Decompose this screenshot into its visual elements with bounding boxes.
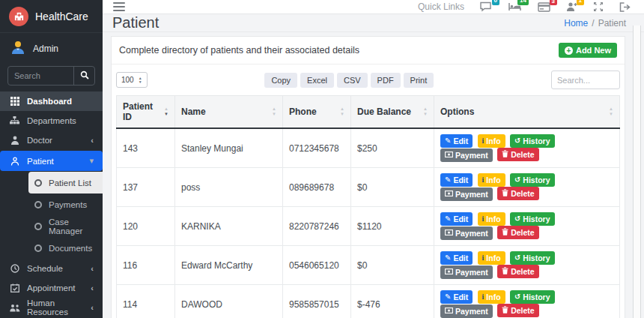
billing-card-icon[interactable]: 3 [538, 2, 550, 12]
sidebar-item-human-resources[interactable]: Human Resources ‹ [0, 298, 103, 317]
logout-icon[interactable] [619, 2, 631, 12]
header-due-balance[interactable]: Due Balance▲▼ [351, 96, 434, 129]
submenu-item-documents[interactable]: Documents [28, 237, 103, 259]
breadcrumb-home-link[interactable]: Home [564, 18, 588, 28]
copy-button[interactable]: Copy [264, 73, 297, 88]
delete-button[interactable]: Delete [497, 226, 539, 239]
messages-icon[interactable]: 0 [480, 2, 493, 12]
delete-button[interactable]: Delete [497, 187, 539, 200]
print-button[interactable]: Print [404, 73, 434, 88]
sidebar-item-schedule[interactable]: Schedule ‹ [0, 259, 103, 278]
patient-table: Patient ID▲▼ Name▲▼ Phone▲▼ Due Balance▲… [116, 95, 620, 318]
info-button[interactable]: iInfo [478, 212, 505, 226]
submenu-item-patient-list[interactable]: Patient List [28, 172, 103, 194]
info-button[interactable]: iInfo [478, 173, 505, 187]
sidebar-item-appointment[interactable]: Appointment ‹ [0, 278, 103, 298]
content-area: Complete directory of patients and their… [103, 32, 644, 318]
history-icon: ↺ [514, 137, 520, 145]
plus-circle-icon: + [565, 46, 573, 55]
sidebar-search-input[interactable] [8, 67, 73, 85]
header-options[interactable]: Options▲▼ [434, 96, 620, 129]
delete-button[interactable]: Delete [497, 148, 539, 161]
trash-icon [502, 267, 508, 276]
patient-balance-cell: $1120 [351, 207, 434, 246]
payment-icon [445, 268, 453, 276]
info-icon: i [482, 293, 484, 301]
user-plus-icon[interactable]: 1 [566, 2, 577, 12]
delete-button[interactable]: Delete [497, 265, 539, 278]
card-description: Complete directory of patients and their… [119, 45, 359, 56]
sidebar-item-dashboard[interactable]: Dashboard [0, 92, 103, 111]
chevron-left-icon: ‹ [91, 136, 94, 145]
sidebar-item-label: Patient [27, 157, 54, 166]
payment-button[interactable]: Payment [440, 266, 493, 279]
sort-icon[interactable]: ▲▼ [419, 106, 428, 116]
header-phone[interactable]: Phone▲▼ [283, 96, 351, 129]
sort-icon[interactable]: ▲▼ [335, 106, 344, 116]
patient-balance-cell: $250 [351, 128, 434, 168]
history-button[interactable]: ↺History [510, 134, 555, 148]
patient-id-cell: 116 [117, 246, 175, 285]
submenu-item-label: Payments [49, 200, 87, 209]
payment-button[interactable]: Payment [440, 188, 493, 201]
sort-icon[interactable]: ▲▼ [160, 106, 168, 116]
fullscreen-icon[interactable] [593, 2, 604, 12]
options-cell: ✎Edit iInfo ↺History Payment Delete [434, 168, 620, 207]
add-new-button[interactable]: + Add New [559, 43, 617, 58]
sidebar-search-button[interactable] [73, 67, 94, 85]
trash-icon [502, 150, 508, 159]
scrollbar[interactable] [633, 26, 641, 318]
edit-button[interactable]: ✎Edit [440, 290, 473, 304]
grid-icon [9, 97, 20, 106]
table-row: 137 poss 089689678 $0 ✎Edit iInfo ↺Histo… [117, 168, 620, 207]
calendar-icon [9, 284, 20, 292]
sidebar-item-patient[interactable]: Patient ▾ [0, 151, 103, 171]
menu-toggle-icon[interactable] [113, 0, 125, 14]
sidebar-item-doctor[interactable]: Doctor ‹ [0, 130, 103, 150]
header-patient-id[interactable]: Patient ID▲▼ [117, 96, 175, 129]
history-button[interactable]: ↺History [510, 251, 555, 265]
edit-button[interactable]: ✎Edit [440, 251, 473, 265]
page-length-select[interactable]: 100 ▲▼ [116, 72, 148, 88]
info-button[interactable]: iInfo [478, 134, 505, 148]
pdf-button[interactable]: PDF [371, 73, 401, 88]
history-button[interactable]: ↺History [510, 290, 555, 304]
submenu-item-case-manager[interactable]: Case Manager [28, 215, 103, 237]
submenu-item-payments[interactable]: Payments [28, 194, 103, 215]
history-button[interactable]: ↺History [510, 212, 555, 226]
patient-phone-cell: 089689678 [283, 168, 351, 207]
table-search-input[interactable] [551, 70, 620, 89]
edit-button[interactable]: ✎Edit [440, 134, 473, 148]
sort-icon[interactable]: ▲▼ [604, 106, 613, 116]
history-button[interactable]: ↺History [510, 173, 555, 187]
header-name[interactable]: Name▲▼ [175, 96, 283, 129]
edit-button[interactable]: ✎Edit [440, 173, 473, 187]
csv-button[interactable]: CSV [337, 73, 368, 88]
patient-icon [9, 157, 20, 166]
user-panel[interactable]: Admin [0, 33, 103, 64]
delete-button[interactable]: Delete [497, 304, 539, 317]
edit-button[interactable]: ✎Edit [440, 212, 473, 226]
info-button[interactable]: iInfo [478, 251, 505, 265]
payment-button[interactable]: Payment [440, 148, 493, 162]
sort-icon[interactable]: ▲▼ [267, 106, 276, 116]
patient-phone-cell: 8220787246 [283, 207, 351, 246]
sidebar-item-departments[interactable]: Departments [0, 111, 103, 130]
messages-badge: 0 [492, 0, 499, 5]
patient-name-cell: KARNIKA [175, 207, 283, 246]
chevron-left-icon: ‹ [91, 284, 94, 292]
sidebar-item-label: Dashboard [27, 97, 72, 106]
patient-bed-icon[interactable]: 14 [508, 2, 522, 12]
info-button[interactable]: iInfo [478, 290, 505, 304]
payment-button[interactable]: Payment [440, 226, 493, 240]
patient-balance-cell: $0 [351, 246, 434, 285]
users-badge: 1 [577, 0, 584, 5]
excel-button[interactable]: Excel [300, 73, 334, 88]
card-header: Complete directory of patients and their… [112, 37, 625, 64]
breadcrumb-separator: / [592, 18, 594, 28]
clock-icon [9, 264, 20, 273]
quick-links[interactable]: Quick Links [418, 2, 464, 12]
patient-phone-cell: 9585857015 [283, 285, 351, 318]
brand[interactable]: HealthCare [0, 0, 103, 33]
payment-button[interactable]: Payment [440, 304, 493, 318]
